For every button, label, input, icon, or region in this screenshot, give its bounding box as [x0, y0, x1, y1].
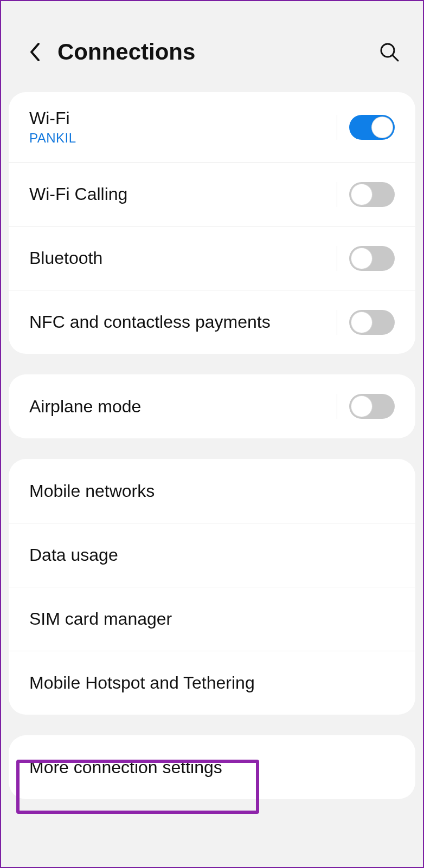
connections-group-3: Mobile networks Data usage SIM card mana… [9, 459, 415, 715]
mobile-networks-row[interactable]: Mobile networks [9, 459, 415, 523]
divider [337, 182, 337, 207]
airplane-text: Airplane mode [29, 397, 331, 417]
bluetooth-text: Bluetooth [29, 248, 331, 268]
svg-line-1 [393, 55, 398, 61]
divider [337, 115, 337, 140]
divider [337, 246, 337, 271]
bluetooth-toggle[interactable] [349, 246, 395, 271]
search-button[interactable] [377, 40, 401, 64]
data-usage-row[interactable]: Data usage [9, 523, 415, 587]
wifi-label: Wi-Fi [29, 108, 331, 128]
wifi-calling-toggle[interactable] [349, 182, 395, 207]
wifi-toggle[interactable] [349, 115, 395, 140]
back-button[interactable] [23, 40, 47, 64]
connections-group-2: Airplane mode [9, 374, 415, 438]
data-usage-label: Data usage [29, 545, 395, 565]
bluetooth-row[interactable]: Bluetooth [9, 226, 415, 290]
airplane-mode-row[interactable]: Airplane mode [9, 374, 415, 438]
nfc-text: NFC and contactless payments [29, 312, 331, 332]
airplane-label: Airplane mode [29, 397, 331, 417]
more-connection-settings-row[interactable]: More connection settings [9, 735, 415, 799]
page-title: Connections [57, 39, 377, 65]
header: Connections [1, 1, 423, 92]
nfc-row[interactable]: NFC and contactless payments [9, 290, 415, 354]
nfc-toggle[interactable] [349, 310, 395, 335]
airplane-toggle[interactable] [349, 394, 395, 419]
connections-group-4: More connection settings [9, 735, 415, 799]
more-connection-settings-label: More connection settings [29, 757, 395, 778]
sim-label: SIM card manager [29, 609, 395, 629]
hotspot-label: Mobile Hotspot and Tethering [29, 673, 395, 693]
wifi-network-name: PANKIL [29, 131, 331, 146]
wifi-text: Wi-Fi PANKIL [29, 108, 331, 146]
chevron-left-icon [29, 42, 41, 62]
wifi-calling-text: Wi-Fi Calling [29, 184, 331, 204]
mobile-networks-label: Mobile networks [29, 481, 395, 501]
divider [337, 310, 337, 335]
sim-card-manager-row[interactable]: SIM card manager [9, 587, 415, 651]
wifi-calling-label: Wi-Fi Calling [29, 184, 331, 204]
mobile-hotspot-row[interactable]: Mobile Hotspot and Tethering [9, 651, 415, 715]
search-icon [379, 42, 400, 62]
divider [337, 394, 337, 419]
nfc-label: NFC and contactless payments [29, 312, 331, 332]
wifi-row[interactable]: Wi-Fi PANKIL [9, 92, 415, 162]
bluetooth-label: Bluetooth [29, 248, 331, 268]
wifi-calling-row[interactable]: Wi-Fi Calling [9, 162, 415, 226]
connections-group-1: Wi-Fi PANKIL Wi-Fi Calling Bluetooth NFC… [9, 92, 415, 354]
